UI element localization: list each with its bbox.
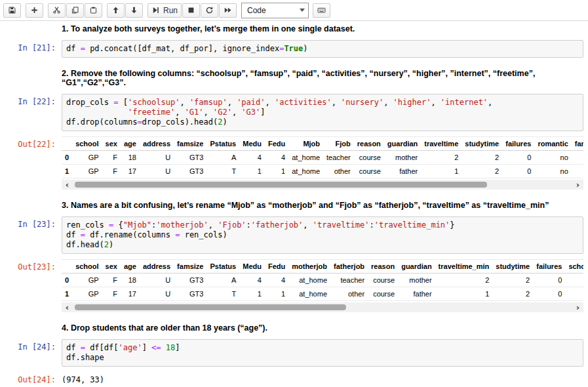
input-prompt: In [22]: xyxy=(0,94,62,106)
move-cells-down-button[interactable] xyxy=(125,3,143,18)
column-header: failures xyxy=(502,137,534,151)
table-cell: 4 xyxy=(572,151,583,165)
dataframe-scroll-region[interactable]: schoolsexageaddressfamsizePstatusMeduFed… xyxy=(62,136,583,178)
run-icon xyxy=(151,6,160,14)
restart-kernel-button[interactable] xyxy=(201,3,218,18)
scroll-left-arrow[interactable]: ‹ xyxy=(62,302,73,312)
code-input[interactable]: drop_cols = ['schoolsup', 'famsup', 'pai… xyxy=(62,94,583,131)
markdown-text: 4. Drop students that are older than 18 … xyxy=(62,321,267,333)
column-header: guardian xyxy=(384,137,421,151)
column-header: sex xyxy=(102,137,121,151)
column-header: school xyxy=(72,260,102,274)
dataframe-scroll-region[interactable]: schoolsexageaddressfamsizePstatusMeduFed… xyxy=(62,259,583,301)
column-header: famsize xyxy=(174,260,206,274)
table-cell: GT3 xyxy=(174,287,206,301)
table-cell: 2 xyxy=(435,274,493,287)
code-text: df = pd.concat([df_mat, df_por], ignore_… xyxy=(66,44,579,54)
horizontal-scrollbar[interactable]: ‹› xyxy=(62,302,583,312)
column-header: reason xyxy=(354,137,384,151)
table-cell: 18 xyxy=(121,151,140,165)
insert-cell-below-button[interactable] xyxy=(26,3,43,18)
stop-icon xyxy=(187,6,195,14)
markdown-cell[interactable]: 4. Drop students that are older than 18 … xyxy=(0,321,588,333)
column-header: fatherjob xyxy=(330,260,368,274)
code-input[interactable]: df = df[df['age'] <= 18] df.shape xyxy=(62,339,583,367)
scroll-right-arrow[interactable]: › xyxy=(572,180,583,190)
row-index: 0 xyxy=(62,274,72,287)
table-cell: 4 xyxy=(239,274,265,287)
table-cell: 1 xyxy=(421,165,461,178)
paste-icon xyxy=(89,6,98,14)
table-cell: no xyxy=(534,165,571,178)
interrupt-kernel-button[interactable] xyxy=(182,3,200,18)
restart-run-all-button[interactable] xyxy=(219,3,237,18)
column-header: studytime xyxy=(461,137,502,151)
table-cell: A xyxy=(206,151,239,165)
code-input[interactable]: df = pd.concat([df_mat, df_por], ignore_… xyxy=(62,40,583,58)
table-cell: course xyxy=(354,165,384,178)
save-button[interactable] xyxy=(3,3,21,18)
table-cell: course xyxy=(354,151,384,165)
table-cell: at_home xyxy=(288,151,323,165)
scroll-right-arrow[interactable]: › xyxy=(572,302,583,312)
table-cell: U xyxy=(140,151,174,165)
output-area: schoolsexageaddressfamsizePstatusMeduFed… xyxy=(62,136,583,190)
code-text: df = df[df['age'] <= 18] df.shape xyxy=(66,343,579,363)
column-header: guardian xyxy=(398,260,435,274)
scrollbar-thumb[interactable] xyxy=(75,182,487,188)
cell-type-value: Code xyxy=(247,6,266,15)
horizontal-scrollbar[interactable]: ‹› xyxy=(62,180,583,190)
table-cell: 0 xyxy=(533,287,565,301)
cut-cells-button[interactable] xyxy=(48,3,66,18)
paste-cells-button[interactable] xyxy=(85,3,102,18)
cut-icon xyxy=(52,6,61,14)
column-header: Mjob xyxy=(288,137,323,151)
code-cell[interactable]: In [21]:df = pd.concat([df_mat, df_por],… xyxy=(0,40,588,58)
keyboard-icon xyxy=(317,6,326,14)
table-cell: 4 xyxy=(265,151,288,165)
cell-prompt xyxy=(0,67,62,70)
open-command-palette-button[interactable] xyxy=(313,3,330,18)
table-cell: 1 xyxy=(239,165,265,178)
toolbar-button-group xyxy=(107,3,144,18)
column-header: Pstatus xyxy=(206,137,239,151)
code-cell[interactable]: In [23]:ren_cols = {"Mjob":'motherjob', … xyxy=(0,216,588,254)
dataframe-table: schoolsexageaddressfamsizePstatusMeduFed… xyxy=(62,259,583,301)
scroll-left-arrow[interactable]: ‹ xyxy=(62,180,73,190)
run-button[interactable]: Run xyxy=(147,3,182,18)
column-header: traveltime xyxy=(421,137,461,151)
code-input[interactable]: ren_cols = {"Mjob":'motherjob', 'Fjob':'… xyxy=(62,216,583,254)
markdown-cell[interactable]: 3. Names are a bit confusing, let’s rena… xyxy=(0,199,588,210)
table-cell: 4 xyxy=(239,151,265,165)
code-cell[interactable]: In [24]:df = df[df['age'] <= 18] df.shap… xyxy=(0,339,588,367)
table-cell: at_home xyxy=(288,165,323,178)
table-cell: teacher xyxy=(330,274,368,287)
table-cell: 2 xyxy=(461,165,502,178)
cell-prompt xyxy=(0,22,62,26)
move-cells-up-button[interactable] xyxy=(107,3,125,18)
plus-icon xyxy=(30,6,39,14)
output-prompt: Out[22]: xyxy=(0,136,62,149)
jupyter-notebook-app: RunCode 1. To analyze both surveys toget… xyxy=(0,0,588,384)
table-cell: other xyxy=(330,287,368,301)
table-cell: F xyxy=(102,274,121,287)
save-icon xyxy=(8,6,16,14)
code-cell[interactable]: In [22]:drop_cols = ['schoolsup', 'famsu… xyxy=(0,94,588,131)
markdown-text: 3. Names are a bit confusing, let’s rena… xyxy=(62,199,549,210)
column-header: failures xyxy=(533,260,565,274)
column-header xyxy=(62,137,72,151)
table-cell: other xyxy=(323,165,354,178)
scrollbar-thumb[interactable] xyxy=(75,304,346,310)
code-text: ren_cols = {"Mjob":'motherjob', 'Fjob':'… xyxy=(66,220,579,250)
table-row: 1GPF17UGT3T11at_homeothercoursefather120… xyxy=(62,287,583,301)
column-header: famrel xyxy=(572,137,583,151)
row-index: 0 xyxy=(62,151,72,165)
row-index: 1 xyxy=(62,165,72,178)
cell-type-select[interactable]: Code xyxy=(241,3,309,18)
markdown-text: 1. To analyze both surveys together, let… xyxy=(62,22,355,33)
toolbar-button-group xyxy=(26,3,44,18)
markdown-cell[interactable]: 2. Remove the following columns: “school… xyxy=(0,67,588,87)
copy-cells-button[interactable] xyxy=(66,3,84,18)
table-cell: 2 xyxy=(421,151,461,165)
markdown-cell[interactable]: 1. To analyze both surveys together, let… xyxy=(0,22,588,33)
